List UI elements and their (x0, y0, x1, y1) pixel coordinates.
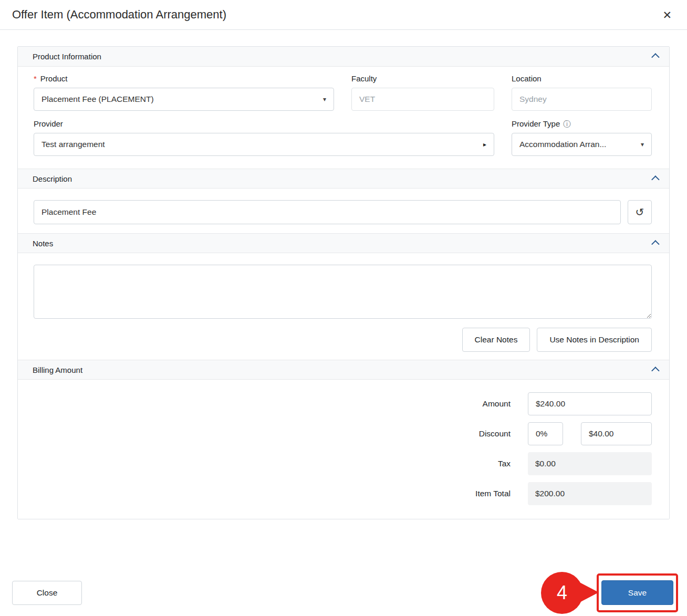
section-title-description: Description (33, 174, 72, 183)
required-asterisk: * (34, 74, 37, 83)
modal-title: Offer Item (Accommodation Arrangement) (12, 8, 226, 22)
close-icon[interactable]: ✕ (660, 7, 674, 23)
location-value: Sydney (519, 95, 547, 104)
tax-value (528, 452, 652, 475)
chevron-right-icon: ▸ (483, 141, 486, 148)
refresh-icon: ↺ (636, 206, 644, 218)
chevron-up-icon[interactable] (651, 53, 660, 61)
product-field: *Product Placement Fee (PLACEMENT) ▾ (34, 74, 334, 111)
modal-header: Offer Item (Accommodation Arrangement) ✕ (0, 0, 687, 30)
chevron-down-icon: ▾ (323, 96, 326, 103)
discount-amount-input[interactable] (581, 422, 652, 445)
item-total-label: Item Total (475, 489, 511, 498)
section-description: Description ↺ (18, 169, 669, 233)
discount-row: Discount (34, 422, 652, 445)
section-title-billing-amount: Billing Amount (33, 366, 82, 374)
section-title-notes: Notes (33, 239, 53, 248)
close-button[interactable]: Close (12, 581, 82, 605)
section-header-product-information[interactable]: Product Information (18, 47, 669, 67)
product-select[interactable]: Placement Fee (PLACEMENT) ▾ (34, 88, 334, 111)
section-header-billing-amount[interactable]: Billing Amount (18, 360, 669, 380)
notes-textarea[interactable] (34, 265, 652, 319)
chevron-up-icon[interactable] (651, 367, 660, 375)
save-button[interactable]: Save (601, 580, 673, 605)
provider-type-label: Provider Type ⓘ (512, 119, 652, 128)
annotation-step-badge: 4 (541, 572, 583, 614)
section-header-notes[interactable]: Notes (18, 233, 669, 253)
reset-description-button[interactable]: ↺ (628, 200, 652, 224)
description-input[interactable] (34, 200, 621, 224)
chevron-up-icon[interactable] (651, 240, 660, 248)
annotation-step-number: 4 (557, 582, 567, 604)
amount-input[interactable] (528, 392, 652, 415)
product-select-value: Placement Fee (PLACEMENT) (41, 95, 154, 104)
location-label: Location (512, 74, 652, 83)
discount-percent-input[interactable] (528, 422, 563, 445)
info-icon[interactable]: ⓘ (563, 120, 570, 128)
provider-type-field: Provider Type ⓘ Accommodation Arran... ▾ (512, 119, 652, 156)
provider-field: Provider Test arrangement ▸ (34, 119, 494, 156)
provider-value: Test arrangement (41, 140, 105, 149)
amount-row: Amount (34, 392, 652, 415)
chevron-up-icon[interactable] (651, 175, 660, 184)
tax-label: Tax (498, 459, 511, 468)
location-input: Sydney (512, 88, 652, 111)
faculty-label: Faculty (351, 74, 494, 83)
tax-row: Tax (34, 452, 652, 475)
clear-notes-button[interactable]: Clear Notes (462, 328, 530, 352)
faculty-value: VET (359, 95, 375, 104)
chevron-down-icon: ▾ (641, 141, 644, 148)
form-card: Product Information *Product Placement F… (17, 46, 670, 519)
section-product-information: Product Information *Product Placement F… (18, 47, 669, 169)
faculty-input: VET (351, 88, 494, 111)
annotation-highlight-box: Save (597, 573, 678, 612)
location-field: Location Sydney (512, 74, 652, 111)
provider-label: Provider (34, 119, 494, 128)
section-title-product-information: Product Information (33, 52, 101, 61)
section-header-description[interactable]: Description (18, 169, 669, 189)
section-billing-amount: Billing Amount Amount Discount Tax Item … (18, 360, 669, 519)
faculty-field: Faculty VET (351, 74, 494, 111)
provider-input[interactable]: Test arrangement ▸ (34, 133, 494, 156)
item-total-row: Item Total (34, 482, 652, 505)
provider-type-value: Accommodation Arran... (519, 140, 606, 149)
item-total-value (528, 482, 652, 505)
product-label: *Product (34, 74, 334, 83)
discount-label: Discount (479, 429, 511, 438)
amount-label: Amount (483, 399, 511, 409)
section-notes: Notes Clear Notes Use Notes in Descripti… (18, 233, 669, 360)
provider-type-select[interactable]: Accommodation Arran... ▾ (512, 133, 652, 156)
use-notes-in-description-button[interactable]: Use Notes in Description (537, 328, 652, 352)
